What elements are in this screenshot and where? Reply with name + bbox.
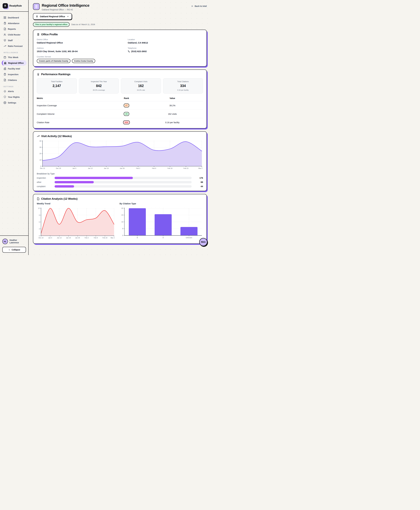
svg-text:12: 12 xyxy=(38,208,40,209)
sidebar-item-your-rights[interactable]: Your Rights xyxy=(2,94,27,100)
rank-badge: #7 xyxy=(124,103,129,108)
file-text-icon xyxy=(3,79,6,81)
svg-text:24: 24 xyxy=(121,214,123,216)
nav-section-label: INTELLIGENCE xyxy=(3,52,27,54)
calendar-icon xyxy=(3,56,6,59)
svg-text:Unknown: Unknown xyxy=(186,237,192,239)
page-title-icon xyxy=(33,3,40,10)
trend-up-icon xyxy=(3,45,6,47)
breakdown-title: Breakdown by Type xyxy=(37,172,203,175)
svg-text:Dec 22: Dec 22 xyxy=(38,237,44,239)
visit-activity-title: Visit Activity (12 Weeks) xyxy=(41,135,72,138)
sidebar-item-dashboard[interactable]: Dashboard xyxy=(2,15,27,20)
page-subtitle: Oakland Regional Office — RO #2 xyxy=(42,8,90,11)
user-menu[interactable]: HL Heather Lawrence xyxy=(2,239,26,244)
building-icon xyxy=(37,33,40,36)
sidebar-item-this-week[interactable]: This Week xyxy=(2,54,27,60)
back-to-intel-link[interactable]: Back to Intel xyxy=(191,3,207,7)
visit-activity-card: Visit Activity (12 Weeks) 010203040Dec 2… xyxy=(33,131,207,191)
sidebar-item-settings[interactable]: Settings xyxy=(2,100,27,105)
table-row: Citation Rate#130.16 per facility xyxy=(37,118,203,125)
county-chip: Contra Costa County xyxy=(72,59,95,63)
page-title: Regional Office Intelligence xyxy=(42,3,90,8)
col-rank: Rank xyxy=(111,97,142,99)
avatar: HL xyxy=(2,239,8,244)
gear-icon xyxy=(3,101,6,104)
svg-text:Jan 19: Jan 19 xyxy=(66,237,71,239)
sidebar-footer: HL Heather Lawrence Collapse xyxy=(0,235,28,255)
reg-floating-badge[interactable]: REG xyxy=(199,238,207,246)
arrow-left-icon xyxy=(191,5,194,7)
svg-text:32: 32 xyxy=(121,208,123,209)
sidebar-item-reports[interactable]: Reports xyxy=(2,26,27,32)
map-pin-icon xyxy=(36,15,38,18)
sidebar-item-attendance[interactable]: Attendance xyxy=(2,21,27,26)
users-icon xyxy=(3,33,6,36)
chevron-down-icon xyxy=(67,15,69,18)
svg-text:Jan 5: Jan 5 xyxy=(73,167,76,169)
svg-text:Jan 19: Jan 19 xyxy=(104,167,108,169)
bank-icon xyxy=(4,62,7,64)
sidebar-item-child-roster[interactable]: Child Roster xyxy=(2,32,27,37)
svg-text:10: 10 xyxy=(39,159,41,161)
logo-text: ReadyRule xyxy=(9,4,22,7)
svg-text:Feb 9: Feb 9 xyxy=(94,237,98,239)
svg-text:Feb 2: Feb 2 xyxy=(85,237,89,239)
svg-text:A: A xyxy=(163,237,164,239)
sidebar-item-citations[interactable]: Citations xyxy=(2,77,27,83)
performance-table: Metric Rank Value Inspection Coverage#73… xyxy=(37,96,203,125)
svg-text:16: 16 xyxy=(121,221,123,223)
sidebar-item-ratio-forecast[interactable]: Ratio Forecast xyxy=(2,43,27,49)
stat-card: Total Citations3340.16 per facility xyxy=(163,78,203,93)
breakdown-row: complaint44 xyxy=(37,185,203,188)
main-content: Regional Office Intelligence Oakland Reg… xyxy=(29,0,210,255)
sidebar-item-facility-intel[interactable]: Facility Intel xyxy=(2,66,27,71)
sidebar-item-alerts[interactable]: Alerts xyxy=(2,89,27,94)
svg-text:Feb 23: Feb 23 xyxy=(183,167,188,169)
weekly-trend-label: Weekly Trend xyxy=(37,202,115,205)
svg-text:Jan 26: Jan 26 xyxy=(120,167,125,169)
svg-text:9: 9 xyxy=(39,214,40,216)
svg-text:20: 20 xyxy=(39,153,41,155)
breakdown-row: other88 xyxy=(37,181,203,183)
profile-field: Telephone(510) 622-2602 xyxy=(128,47,203,53)
user-name: Heather Lawrence xyxy=(9,239,19,244)
app-root: R ReadyRule DashboardAttendanceReportsCh… xyxy=(0,0,210,255)
svg-text:Mar 2: Mar 2 xyxy=(198,167,202,169)
collapse-button[interactable]: Collapse xyxy=(2,247,26,253)
table-row: Complaint Volume#3162 visits xyxy=(37,110,203,118)
col-value: Value xyxy=(142,97,203,99)
svg-text:Jan 26: Jan 26 xyxy=(75,237,80,239)
stat-card: Inspected This Year84239.2% coverage xyxy=(79,78,119,93)
sidebar-item-staff[interactable]: Staff xyxy=(2,38,27,43)
bell-icon xyxy=(3,90,6,93)
building-icon xyxy=(34,5,38,8)
weekly-trend-chart: 036912Dec 22Jan 5Jan 12Jan 19Jan 26Feb 2… xyxy=(37,207,115,240)
rank-badge: #3 xyxy=(124,112,129,116)
clipboard-list-icon xyxy=(3,22,6,25)
svg-text:Jan 12: Jan 12 xyxy=(57,237,61,239)
office-selector-dropdown[interactable]: Oakland Regional Office xyxy=(33,13,72,20)
svg-text:Feb 9: Feb 9 xyxy=(152,167,156,169)
table-row: Inspection Coverage#739.2% xyxy=(37,101,203,110)
svg-text:6: 6 xyxy=(39,221,40,223)
visit-activity-chart: 010203040Dec 22Dec 29Jan 5Jan 12Jan 19Ja… xyxy=(37,140,203,170)
file-chart-icon xyxy=(3,28,6,30)
svg-text:Dec 22: Dec 22 xyxy=(40,167,45,169)
sidebar-logo: R ReadyRule xyxy=(0,0,28,12)
sidebar-item-inspection[interactable]: Inspection xyxy=(2,72,27,77)
svg-text:Feb 16: Feb 16 xyxy=(168,167,172,169)
grid-icon xyxy=(3,16,6,19)
office-profile-card: Office Profile District OfficeOakland Re… xyxy=(33,30,207,67)
file-warning-icon xyxy=(37,197,40,200)
breakdown-row: inspection176 xyxy=(37,177,203,179)
sidebar-item-regional-office[interactable]: Regional Office xyxy=(2,60,27,66)
svg-text:8: 8 xyxy=(122,228,123,230)
svg-text:3: 3 xyxy=(39,228,40,230)
citation-type-chart: 08162432BAUnknown xyxy=(120,207,203,240)
svg-text:0: 0 xyxy=(39,235,40,237)
office-profile-title: Office Profile xyxy=(41,33,58,36)
logo-r-icon: R xyxy=(3,3,8,8)
svg-text:Jan 5: Jan 5 xyxy=(48,237,52,239)
citation-analysis-title: Citation Analysis (12 Weeks) xyxy=(41,197,77,201)
